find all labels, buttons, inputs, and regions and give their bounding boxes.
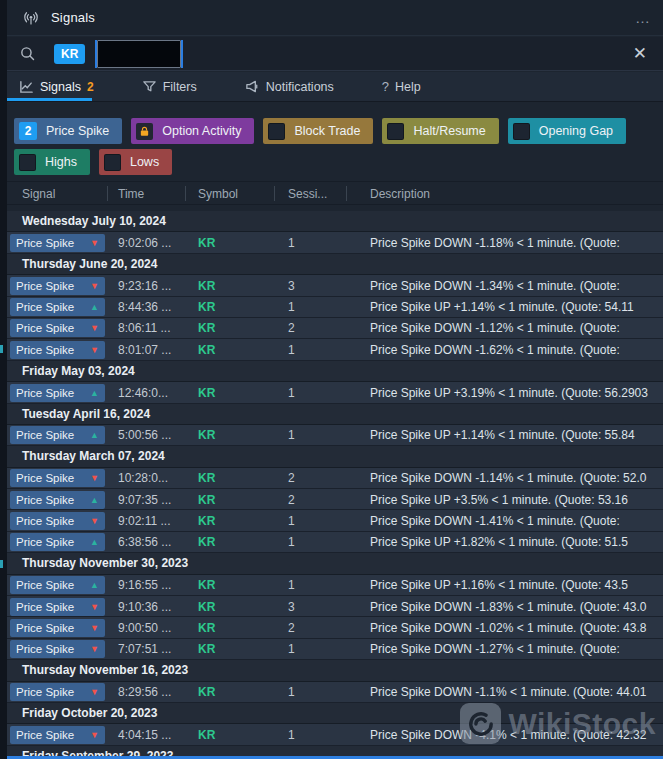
date-group-row: Thursday November 30, 2023 [7,553,663,574]
signal-row[interactable]: Price Spike ▼ 8:01:07 ... KR 1 Price Spi… [7,339,663,360]
signal-row[interactable]: Price Spike ▼ 9:10:36 ... KR 3 Price Spi… [7,596,663,617]
tab-help[interactable]: ? Help [370,72,433,101]
column-header-time[interactable]: Time [118,187,144,201]
column-header-session[interactable]: Sessi... [288,187,327,201]
signal-row[interactable]: Price Spike ▲ 6:38:56 ... KR 1 Price Spi… [7,532,663,553]
signal-type-badge[interactable]: Price Spike ▼ [10,234,105,252]
signal-type-filters: 2 Price Spike Option Activity Block Trad… [7,103,663,181]
signal-type-badge[interactable]: Price Spike ▲ [10,384,105,402]
symbol-cell: KR [198,321,215,335]
filter-label: Option Activity [162,124,241,138]
date-group-label: Thursday June 20, 2024 [22,257,157,271]
signal-row[interactable]: Price Spike ▲ 5:00:56 ... KR 1 Price Spi… [7,425,663,446]
signal-type-badge[interactable]: Price Spike ▼ [10,726,105,744]
filter-lows[interactable]: Lows [99,149,172,175]
date-group-label: Tuesday April 16, 2024 [22,407,150,421]
signal-row[interactable]: Price Spike ▼ 9:02:06 ... KR 1 Price Spi… [7,232,663,253]
signal-type-badge[interactable]: Price Spike ▲ [10,576,105,594]
filter-halt-resume[interactable]: Halt/Resume [382,118,498,144]
window-menu-icon[interactable]: … [635,13,651,23]
direction-arrow-icon: ▲ [90,495,99,505]
signal-type-badge[interactable]: Price Spike ▼ [10,683,105,701]
tab-label: Help [395,80,421,94]
direction-arrow-icon: ▼ [90,345,99,355]
column-header-symbol[interactable]: Symbol [198,187,238,201]
tab-notifications[interactable]: Notifications [233,72,346,101]
signal-row[interactable]: Price Spike ▼ 9:23:16 ... KR 3 Price Spi… [7,275,663,296]
funnel-icon [142,79,157,94]
column-header-signal[interactable]: Signal [22,187,55,201]
description-cell: Price Spike DOWN -1.27% < 1 minute. (Quo… [370,642,663,656]
signal-row[interactable]: Price Spike ▲ 8:44:36 ... KR 1 Price Spi… [7,297,663,318]
time-cell: 8:06:11 ... [118,321,170,335]
session-cell: 1 [288,300,295,314]
close-icon[interactable]: ✕ [629,43,651,64]
time-cell: 8:29:56 ... [118,685,171,699]
tab-signals-count-badge: 2 [87,80,94,94]
rail-tick [0,345,3,353]
signal-row[interactable]: Price Spike ▲ 9:16:55 ... KR 1 Price Spi… [7,575,663,596]
description-cell: Price Spike DOWN -1.12% < 1 minute. (Quo… [370,321,663,335]
session-cell: 1 [288,642,295,656]
signal-row[interactable]: Price Spike ▼ 9:00:50 ... KR 2 Price Spi… [7,617,663,638]
direction-arrow-icon: ▲ [90,430,99,440]
filter-opening-gap[interactable]: Opening Gap [508,118,626,144]
symbol-cell: KR [198,514,215,528]
time-cell: 6:38:56 ... [118,535,171,549]
time-cell: 9:07:35 ... [118,493,171,507]
signal-row[interactable]: Price Spike ▼ 10:28:0... KR 2 Price Spik… [7,468,663,489]
time-cell: 8:01:07 ... [118,343,171,357]
date-group-label: Wednesday July 10, 2024 [22,214,166,228]
signal-row[interactable]: Price Spike ▼ 8:29:56 ... KR 1 Price Spi… [7,682,663,703]
direction-arrow-icon: ▼ [90,281,99,291]
signal-type-badge[interactable]: Price Spike ▼ [10,469,105,487]
filter-label: Lows [130,155,159,169]
description-cell: Price Spike UP +1.82% < 1 minute. (Quote… [370,535,663,549]
megaphone-icon [245,79,260,94]
symbol-chip-kr[interactable]: KR [54,44,85,64]
filter-block-trade[interactable]: Block Trade [263,118,373,144]
direction-arrow-icon: ▼ [90,323,99,333]
symbol-search-input[interactable] [97,40,181,68]
rail-tick [0,560,3,568]
price-spike-count-badge: 2 [19,122,37,140]
tab-bar: Signals 2 Filters Notifications [7,72,663,102]
left-rail [0,0,7,759]
filter-option-activity[interactable]: Option Activity [131,118,254,144]
direction-arrow-icon: ▲ [90,537,99,547]
column-header-description[interactable]: Description [370,187,430,201]
direction-arrow-icon: ▲ [90,388,99,398]
symbol-cell: KR [198,685,215,699]
session-cell: 1 [288,578,295,592]
signal-label: Price Spike [16,729,74,741]
signal-type-badge[interactable]: Price Spike ▲ [10,491,105,509]
filter-price-spike[interactable]: 2 Price Spike [14,118,122,144]
filter-label: Opening Gap [539,124,613,138]
signal-type-badge[interactable]: Price Spike ▼ [10,619,105,637]
chart-line-icon [19,79,34,94]
signal-row[interactable]: Price Spike ▼ 9:02:11 ... KR 1 Price Spi… [7,510,663,531]
signal-type-badge[interactable]: Price Spike ▲ [10,298,105,316]
tab-signals[interactable]: Signals 2 [7,72,106,101]
signal-type-badge[interactable]: Price Spike ▲ [10,533,105,551]
session-cell: 3 [288,600,295,614]
signal-type-badge[interactable]: Price Spike ▼ [10,598,105,616]
filter-highs[interactable]: Highs [14,149,90,175]
signal-row[interactable]: Price Spike ▲ 9:07:35 ... KR 2 Price Spi… [7,489,663,510]
direction-arrow-icon: ▼ [90,516,99,526]
signal-label: Price Spike [16,494,74,506]
symbol-cell: KR [198,471,215,485]
signal-type-badge[interactable]: Price Spike ▼ [10,341,105,359]
signal-type-badge[interactable]: Price Spike ▼ [10,640,105,658]
signal-type-badge[interactable]: Price Spike ▼ [10,277,105,295]
direction-arrow-icon: ▼ [90,730,99,740]
signal-row[interactable]: Price Spike ▼ 7:07:51 ... KR 1 Price Spi… [7,639,663,660]
direction-arrow-icon: ▼ [90,623,99,633]
signal-type-badge[interactable]: Price Spike ▲ [10,426,105,444]
signal-type-badge[interactable]: Price Spike ▼ [10,319,105,337]
signal-type-badge[interactable]: Price Spike ▼ [10,512,105,530]
signal-row[interactable]: Price Spike ▼ 4:04:15 ... KR 1 Price Spi… [7,724,663,745]
signal-row[interactable]: Price Spike ▼ 8:06:11 ... KR 2 Price Spi… [7,318,663,339]
tab-filters[interactable]: Filters [130,72,209,101]
signal-row[interactable]: Price Spike ▲ 12:46:0... KR 1 Price Spik… [7,382,663,403]
